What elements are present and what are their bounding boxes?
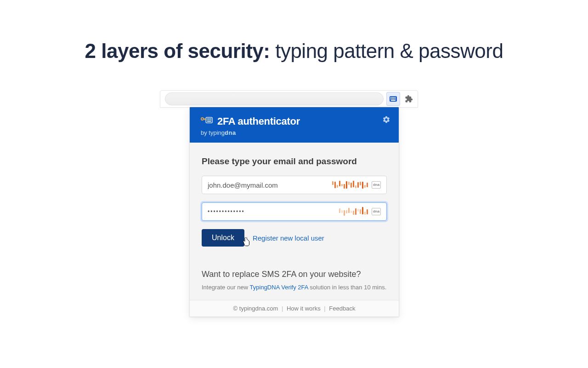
gear-icon	[382, 115, 390, 124]
footer-separator: |	[324, 305, 325, 312]
typingdna-extension-button[interactable]	[386, 92, 400, 106]
headline-rest: typing pattern & password	[270, 40, 503, 62]
settings-button[interactable]	[382, 115, 390, 126]
svg-rect-9	[391, 100, 396, 101]
key-keyboard-icon	[201, 116, 213, 127]
svg-rect-15	[208, 118, 209, 119]
svg-rect-20	[209, 120, 210, 121]
dna-badge-icon: dna	[372, 181, 381, 189]
extension-popup: 2FA authenticator by typingdna Please ty…	[189, 107, 399, 317]
promo-section: Want to replace SMS 2FA on your website?…	[202, 270, 387, 291]
puzzle-icon	[405, 95, 413, 103]
page-headline: 2 layers of security: typing pattern & p…	[0, 40, 588, 63]
svg-rect-12	[204, 119, 205, 120]
svg-rect-5	[390, 98, 391, 99]
svg-rect-19	[208, 120, 209, 121]
password-field-wrapper: dna	[202, 202, 387, 221]
dna-badge-icon: dna	[372, 208, 381, 215]
svg-rect-18	[207, 120, 208, 121]
popup-footer: © typingdna.com | How it works | Feedbac…	[190, 300, 399, 316]
action-row: Unlock Register new local user	[202, 229, 387, 247]
footer-how-it-works-link[interactable]: How it works	[287, 305, 321, 312]
browser-toolbar	[160, 90, 418, 108]
email-field-wrapper: dna	[202, 176, 387, 194]
svg-rect-17	[210, 118, 211, 119]
svg-rect-2	[392, 97, 393, 98]
byline-prefix: by	[201, 129, 209, 136]
footer-copyright[interactable]: © typingdna.com	[233, 305, 278, 312]
popup-title: 2FA authenticator	[217, 115, 300, 127]
promo-text: Integrate our new TypingDNA Verify 2FA s…	[202, 284, 387, 291]
typing-pattern-viz-email	[332, 179, 368, 190]
svg-rect-16	[209, 118, 210, 119]
footer-feedback-link[interactable]: Feedback	[329, 305, 355, 312]
browser-extensions-button[interactable]	[402, 92, 416, 106]
email-field[interactable]	[208, 181, 332, 189]
password-field[interactable]	[208, 208, 339, 215]
promo-text-before: Integrate our new	[202, 284, 250, 291]
svg-rect-8	[395, 98, 396, 99]
register-link[interactable]: Register new local user	[253, 234, 324, 242]
brand-word-a: typing	[209, 129, 225, 136]
promo-heading: Want to replace SMS 2FA on your website?	[202, 270, 387, 279]
popup-byline: by typingdna	[201, 129, 389, 136]
typing-pattern-viz-password	[339, 206, 368, 217]
svg-rect-1	[390, 97, 391, 98]
svg-rect-14	[207, 118, 208, 119]
svg-rect-4	[395, 97, 396, 98]
promo-link[interactable]: TypingDNA Verify 2FA	[250, 284, 308, 291]
headline-bold: 2 layers of security:	[85, 40, 270, 62]
svg-rect-3	[393, 97, 394, 98]
browser-omnibox[interactable]	[165, 92, 384, 105]
brand-word-b: dna	[225, 129, 236, 136]
svg-rect-22	[207, 121, 211, 122]
popup-body: Please type your email and password	[190, 143, 399, 300]
keyboard-icon	[389, 95, 397, 103]
svg-rect-7	[393, 98, 394, 99]
svg-rect-13	[206, 117, 212, 123]
login-prompt: Please type your email and password	[202, 156, 387, 167]
promo-text-after: solution in less than 10 mins.	[308, 284, 387, 291]
popup-header: 2FA authenticator by typingdna	[190, 107, 399, 143]
svg-rect-6	[392, 98, 393, 99]
svg-rect-21	[210, 120, 211, 121]
unlock-button[interactable]: Unlock	[202, 229, 244, 247]
footer-separator: |	[282, 305, 283, 312]
